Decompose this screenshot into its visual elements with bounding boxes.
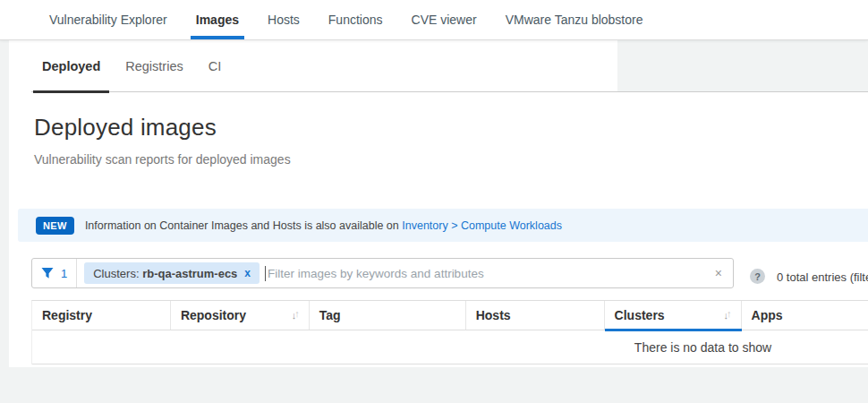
images-table: Registry Repository ↓↑ Tag Hosts Cluster…: [31, 300, 868, 364]
filter-search-input[interactable]: Filter images by keywords and attributes: [260, 266, 704, 281]
top-nav: Vulnerability Explorer Images Hosts Func…: [0, 0, 868, 40]
sort-icon[interactable]: ↓↑: [724, 310, 736, 321]
table-empty-row: There is no data to show: [32, 330, 868, 364]
filter-funnel-icon: [41, 267, 54, 279]
column-header-clusters[interactable]: Clusters ↓↑: [605, 301, 742, 330]
filter-placeholder: Filter images by keywords and attributes: [268, 267, 484, 280]
table-header-row: Registry Repository ↓↑ Tag Hosts Cluster…: [32, 301, 868, 330]
subtab-deployed[interactable]: Deployed: [33, 40, 109, 92]
filter-bar: 1 Clusters: rb-qa-astrum-ecs x Filter im…: [31, 258, 734, 288]
deployed-images-page: Vulnerability Explorer Images Hosts Func…: [0, 0, 868, 403]
subtab-bar: Deployed Registries CI: [33, 40, 230, 92]
column-label: Repository: [181, 308, 246, 322]
column-label: Clusters: [615, 308, 665, 322]
chip-remove-icon[interactable]: x: [244, 267, 251, 279]
page-title: Deployed images: [34, 113, 217, 141]
nav-tab-vmware-tanzu-blobstore[interactable]: VMware Tanzu blobstore: [500, 0, 649, 39]
column-header-hosts[interactable]: Hosts: [466, 301, 605, 330]
banner-message: Information on Container Images and Host…: [85, 219, 399, 232]
clear-filter-icon[interactable]: ×: [704, 266, 733, 280]
filter-toggle[interactable]: 1: [32, 259, 77, 287]
page-subtitle: Vulnerability scan reports for deployed …: [34, 152, 291, 167]
sort-icon[interactable]: ↓↑: [292, 310, 303, 321]
column-header-registry[interactable]: Registry: [32, 301, 171, 330]
nav-tab-cve-viewer[interactable]: CVE viewer: [406, 0, 482, 39]
nav-tab-hosts[interactable]: Hosts: [262, 0, 305, 39]
column-label: Registry: [42, 308, 92, 322]
column-label: Apps: [752, 308, 783, 322]
text-caret: [265, 266, 266, 281]
chip-label: Clusters: rb-qa-astrum-ecs: [93, 267, 237, 280]
nav-tab-images[interactable]: Images: [191, 0, 244, 39]
new-badge: NEW: [36, 217, 74, 235]
filter-chip-clusters[interactable]: Clusters: rb-qa-astrum-ecs x: [84, 262, 260, 284]
banner-text: Information on Container Images and Host…: [85, 219, 562, 232]
column-header-repository[interactable]: Repository ↓↑: [171, 301, 310, 330]
breadcrumb-separator: >: [451, 219, 457, 232]
subtab-ci[interactable]: CI: [200, 40, 231, 92]
nav-tab-functions[interactable]: Functions: [323, 0, 388, 39]
column-label: Tag: [319, 308, 341, 322]
column-header-tag[interactable]: Tag: [310, 301, 466, 330]
compute-workloads-link[interactable]: Compute Workloads: [461, 219, 562, 232]
subtab-registries[interactable]: Registries: [116, 40, 191, 92]
filter-count: 1: [61, 267, 67, 280]
nav-tab-vulnerability-explorer[interactable]: Vulnerability Explorer: [44, 0, 173, 39]
no-data-message: There is no data to show: [634, 340, 771, 355]
chip-value: rb-qa-astrum-ecs: [142, 267, 237, 280]
inventory-link[interactable]: Inventory: [402, 219, 447, 232]
info-banner: NEW Information on Container Images and …: [18, 209, 868, 242]
column-label: Hosts: [476, 308, 511, 322]
help-icon[interactable]: ?: [750, 269, 765, 284]
column-header-apps[interactable]: Apps: [742, 301, 868, 330]
entries-summary: 0 total entries (filtered): [777, 270, 868, 284]
